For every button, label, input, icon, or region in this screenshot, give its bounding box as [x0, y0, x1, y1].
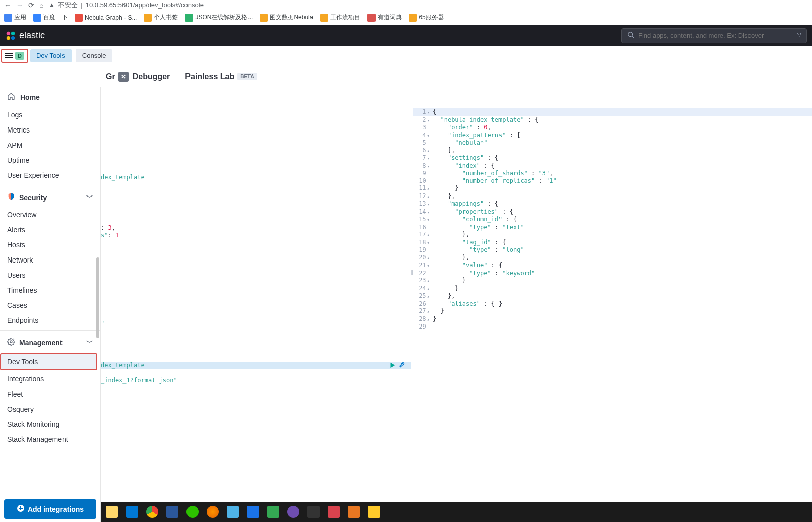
warning-icon: ▲ [48, 1, 55, 9]
code-text: dex_template [101, 362, 145, 369]
forward-icon[interactable]: → [16, 1, 23, 9]
bookmark-item[interactable]: JSON在线解析及格... [185, 13, 253, 22]
chevron-down-icon: ﹀ [86, 338, 93, 347]
code-content: }, [433, 192, 812, 201]
sidebar-item[interactable]: Metrics [0, 122, 100, 138]
line-number: 12▴ [413, 192, 433, 201]
code-content: ], [433, 147, 812, 155]
tab-painless-lab[interactable]: Painless Lab BETA [185, 72, 257, 81]
bookmark-item[interactable]: 个人书签 [144, 13, 178, 22]
sidebar-item[interactable]: Endpoints [0, 313, 100, 328]
deployment-badge[interactable]: D [15, 52, 24, 60]
bookmark-item[interactable]: Nebula Graph - S... [75, 14, 137, 22]
sidebar-management-header[interactable]: Management ﹀ [0, 333, 100, 352]
url-bar[interactable]: ▲ 不安全 | 10.0.59.65:5601/app/dev_tools#/c… [48, 1, 203, 10]
url-text: 10.0.59.65:5601/app/dev_tools#/console [86, 1, 204, 9]
app-icon[interactable] [325, 503, 343, 521]
sidebar-item[interactable]: Stack Management [0, 432, 100, 447]
line-number: 26 [413, 300, 433, 308]
bookmark-label: 百度一下 [43, 13, 68, 22]
bookmark-item[interactable]: 65服务器 [409, 13, 444, 22]
request-editor[interactable]: dex_template : 3, s": 1 " dex_template _… [101, 108, 411, 522]
firefox-icon[interactable] [204, 503, 222, 521]
wechat-icon[interactable] [183, 503, 202, 521]
bookmark-item[interactable]: 工作流项目 [320, 13, 360, 22]
reload-icon[interactable]: ⟳ [28, 1, 34, 9]
hamburger-icon[interactable] [5, 52, 13, 59]
play-icon[interactable] [389, 362, 396, 370]
sidebar-item[interactable]: Users [0, 268, 100, 283]
sidebar-item[interactable]: Cases [0, 298, 100, 313]
wrench-icon[interactable] [399, 362, 406, 370]
sidebar-item[interactable]: Logs [0, 107, 100, 122]
app-icon[interactable] [244, 503, 262, 521]
sidebar-item[interactable]: Timelines [0, 283, 100, 298]
word-icon[interactable] [163, 503, 181, 521]
sidebar-item[interactable]: Alerts [0, 222, 100, 237]
sidebar-item[interactable]: Stack Monitoring [0, 417, 100, 432]
code-content: }, [433, 254, 812, 262]
code-line: 14▾ "properties" : { [413, 208, 812, 216]
dolphin-icon[interactable] [224, 503, 242, 521]
app-icon[interactable] [264, 503, 282, 521]
elastic-logo[interactable]: elastic [5, 30, 45, 41]
bookmark-item[interactable]: 应用 [4, 13, 26, 22]
code-line: 28▴} [413, 315, 812, 323]
chrome-icon[interactable] [143, 503, 161, 521]
code-content: } [433, 315, 812, 323]
bookmark-label: 应用 [14, 13, 26, 22]
sidebar-item[interactable]: User Experience [0, 168, 100, 183]
line-number: 2▾ [413, 116, 433, 124]
global-search[interactable]: ^/ [621, 28, 807, 43]
line-number: 21▾ [413, 262, 433, 270]
response-viewer[interactable]: 1▾{2▾ "nebula_index_template" : {3 "orde… [413, 108, 812, 522]
sidebar-item[interactable]: Network [0, 252, 100, 268]
breadcrumb-devtools[interactable]: Dev Tools [30, 49, 71, 62]
sidebar-home[interactable]: Home [0, 87, 100, 107]
line-number: 23▴ [413, 277, 433, 285]
add-integrations-button[interactable]: Add integrations [4, 499, 96, 519]
tab-frag-prefix: Gr [106, 72, 115, 81]
app-icon[interactable] [345, 503, 363, 521]
sidebar-item[interactable]: Osquery [0, 402, 100, 417]
tab-grok-debugger[interactable]: Gr✕Debugger [106, 72, 170, 82]
code-line: 9 "number_of_shards" : "3", [413, 170, 812, 177]
sidebar-item[interactable]: Overview [0, 207, 100, 222]
svg-point-3 [11, 36, 15, 39]
breadcrumb-console[interactable]: Console [76, 49, 112, 62]
line-number: 13▾ [413, 200, 433, 208]
security-label: Security [19, 193, 47, 202]
code-content: "number_of_replicas" : "1" [433, 177, 812, 185]
sidebar-item[interactable]: Integrations [0, 371, 100, 386]
search-input[interactable] [638, 32, 797, 39]
chevron-down-icon: ﹀ [86, 193, 93, 202]
bookmark-item[interactable]: 图文数据Nebula [260, 13, 313, 22]
code-line: 1▾{ [413, 108, 812, 116]
app-icon[interactable] [304, 503, 323, 521]
home-icon[interactable]: ⌂ [39, 1, 43, 9]
explorer-icon[interactable] [103, 503, 121, 521]
bookmark-item[interactable]: 有道词典 [367, 13, 402, 22]
sidebar-item[interactable]: Fleet [0, 386, 100, 402]
code-line: 11▴ } [413, 184, 812, 192]
sidebar-security-header[interactable]: Security ﹀ [0, 187, 100, 207]
url-separator: | [81, 1, 82, 9]
sidebar-item[interactable]: APM [0, 138, 100, 153]
code-content: "value" : { [433, 262, 812, 270]
home-label: Home [20, 93, 40, 101]
sidebar-item[interactable]: Hosts [0, 237, 100, 252]
bookmark-icon [33, 14, 41, 22]
bookmark-item[interactable]: 百度一下 [33, 13, 68, 22]
app-icon[interactable] [365, 503, 383, 521]
app-icon[interactable] [284, 503, 302, 521]
close-icon[interactable]: ✕ [118, 72, 129, 82]
code-line: 23▴ } [413, 277, 812, 285]
sidebar-item[interactable]: Uptime [0, 153, 100, 168]
sidebar-scrollbar[interactable] [96, 97, 100, 498]
code-line: 16 "type" : "text" [413, 224, 812, 231]
calendar-icon[interactable] [123, 503, 141, 521]
code-text: _index_1?format=json" [101, 377, 177, 384]
sidebar-item[interactable]: Dev Tools [0, 353, 97, 370]
back-icon[interactable]: ← [4, 1, 11, 9]
code-text: " [101, 320, 104, 327]
